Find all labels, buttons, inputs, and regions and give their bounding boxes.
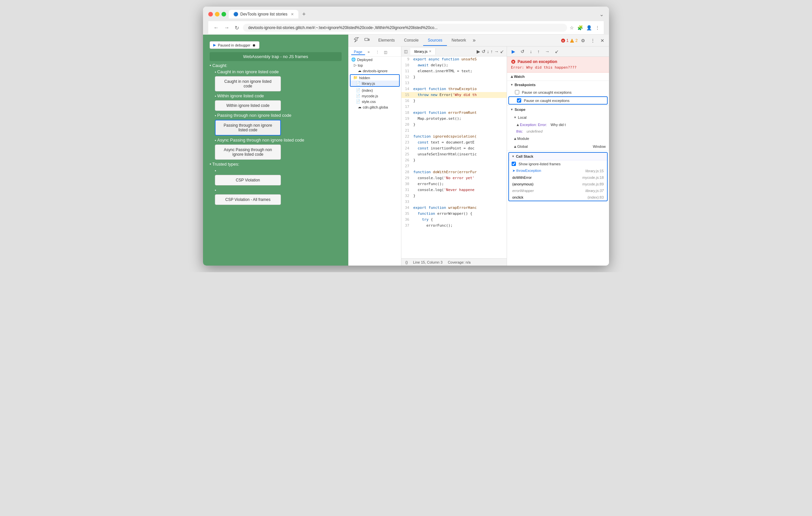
tree-item-index[interactable]: 📄 (index) [349,87,401,93]
sidebar-toggle-button[interactable]: ◫ [383,50,388,55]
watch-label: Watch [514,74,525,79]
code-area[interactable]: 9 export async function unsafeS 10 await… [401,56,507,258]
tab-sources[interactable]: Sources [423,35,447,46]
deactivate-btn[interactable]: ↙ [500,49,504,54]
step-btn[interactable]: ↑ [491,49,493,54]
code-text-18: export function errorFromRunt [413,110,476,116]
editor-tab-close[interactable]: ✕ [429,50,431,53]
devtools-more-button[interactable]: ⋮ [588,37,597,44]
step-into-button[interactable]: ↓ [528,48,534,55]
error-count-button[interactable]: ✕ 1 [561,38,569,43]
tab-console[interactable]: Console [399,35,423,46]
tree-item-mycode-js[interactable]: 📄 mycode.js [349,93,401,99]
tab-page[interactable]: Page [351,49,365,55]
tab-elements[interactable]: Elements [374,35,399,46]
caught-btn-2[interactable]: Passing through non ignore listed code [215,120,281,135]
bookmark-icon[interactable]: ☆ [570,25,574,30]
css-icon: 📄 [356,99,360,103]
step-out-button[interactable]: ↑ [535,48,542,55]
breakpoints-section-header[interactable]: ▼ Breakpoints [507,81,609,89]
step-into-btn[interactable]: ↺ [482,49,486,54]
resume-button[interactable]: ▶ [510,48,517,55]
new-tab-button[interactable]: + [300,10,308,19]
call-stack-header[interactable]: ▼ Call Stack [509,153,607,160]
code-text-24: const insertionPoint = doc [413,146,474,151]
extensions-icon[interactable]: 🧩 [577,25,583,30]
close-traffic-light[interactable] [208,12,213,17]
trusted-btn-0[interactable]: CSP Violation [215,175,281,185]
call-frame-2[interactable]: (anonymous) mycode.js:89 [509,181,607,187]
more-icon[interactable]: ⋮ [595,25,600,30]
scope-section-header[interactable]: ▼ Scope [507,105,609,114]
tree-item-deployed[interactable]: 🌐 Deployed [349,57,401,62]
call-frame-1[interactable]: doWithError mycode.js:18 [509,174,607,181]
caught-btn-3[interactable]: Async Passing through non ignore listed … [215,145,281,160]
inspect-element-button[interactable] [351,36,362,45]
call-frame-3[interactable]: errorWrapper library.js:37 [509,187,607,194]
scope-exception-row[interactable]: ▶ Exception: Error: Why did t [507,121,609,128]
format-button[interactable]: {} [405,260,408,264]
code-line-16: 16 } [401,98,507,104]
paused-badge: ▶ Paused in debugger ⏺ [210,41,259,49]
status-bar: {} Line 15, Column 3 Coverage: n/a [401,258,507,266]
device-toggle-button[interactable] [362,36,372,45]
more-tabs-button[interactable]: » [471,35,477,46]
tab-overflow-button[interactable]: ⌄ [600,11,604,18]
tree-item-library-js[interactable]: 📄 library.js [351,81,399,86]
forward-button[interactable]: → [223,24,231,31]
code-line-26: 26 } [401,157,507,163]
code-line-24: 24 const insertionPoint = doc [401,146,507,151]
code-line-13: 13 [401,80,507,86]
tab-close-button[interactable]: ✕ [291,12,294,17]
pause-uncaught-checkbox[interactable] [515,90,519,94]
tree-item-hidden[interactable]: 📁 hidden [351,75,399,81]
line-num-21: 21 [404,128,413,133]
tab-title: DevTools ignore list stories [240,12,288,17]
line-num-29: 29 [404,175,413,181]
watch-section-header[interactable]: ▶ Watch [507,72,609,81]
caught-btn-0[interactable]: Caught in non ignore listed code [215,76,281,91]
editor-tab-library-js[interactable]: library.js ✕ [410,48,436,55]
step-button[interactable]: → [543,48,552,55]
caught-btn-1[interactable]: Within ignore listed code [215,100,281,111]
scope-chevron: ▼ [510,108,513,111]
file-tree-more-button[interactable]: ⋮ [374,50,381,55]
devtools-settings-button[interactable]: ⚙ [579,37,587,44]
svg-text:✕: ✕ [512,60,515,64]
global-scope-header[interactable]: ▶ Global Window [507,143,609,150]
line-num-13: 13 [404,80,413,86]
step-over-btn[interactable]: ▶ [476,49,480,54]
show-ignore-frames-checkbox[interactable] [512,162,516,166]
tree-item-cdn[interactable]: ☁ cdn.glitch.globa [349,104,401,110]
call-frame-0[interactable]: ➤ throwException library.js:15 [509,167,607,174]
line-num-19: 19 [404,116,413,122]
code-line-32: 32 } [401,193,507,199]
step-out-btn[interactable]: ↓ [487,49,489,54]
step-over-button[interactable]: ↺ [519,48,526,55]
back-button[interactable]: ← [212,24,220,31]
warn-count-button[interactable]: ! 2 [570,38,578,43]
maximize-traffic-light[interactable] [222,12,226,17]
local-scope-header[interactable]: ▼ Local [507,114,609,121]
address-bar-icons: ☆ 🧩 👤 ⋮ [570,25,600,30]
minimize-traffic-light[interactable] [215,12,220,17]
trusted-btn-1[interactable]: CSP Violation - All frames [215,194,281,205]
pause-caught-checkbox[interactable] [517,98,521,102]
tab-network[interactable]: Network [447,35,471,46]
refresh-button[interactable]: ↻ [233,24,240,32]
tree-item-style-css[interactable]: 📄 style.css [349,99,401,104]
code-text-10: await delay(); [413,62,448,68]
browser-tab-active[interactable]: 🔵 DevTools ignore list stories ✕ [229,10,298,19]
call-frame-4[interactable]: onclick (index):83 [509,194,607,201]
deactivate-breakpoints-button[interactable]: ↙ [553,48,561,55]
cursor-position: Line 15, Column 3 [413,260,442,264]
module-scope-header[interactable]: ▶ Module [507,134,609,143]
sidebar-toggle-btn[interactable]: ◫ [401,49,410,54]
account-icon[interactable]: 👤 [586,25,592,30]
devtools-close-button[interactable]: ✕ [599,37,606,44]
tab-more-sources[interactable]: » [365,49,372,55]
continue-btn[interactable]: → [494,49,499,54]
address-input[interactable] [243,24,567,32]
tree-item-domain[interactable]: ☁ devtools-ignore [349,68,401,73]
tree-item-top[interactable]: ▷ top [349,62,401,68]
